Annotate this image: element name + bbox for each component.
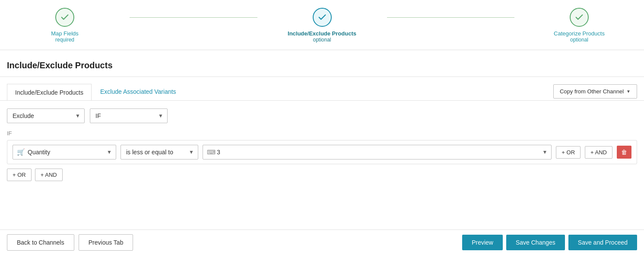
step-circle-categorize xyxy=(570,8,589,27)
page-title-section: Include/Exclude Products xyxy=(0,50,644,77)
wizard-steps: Map Fields required Include/Exclude Prod… xyxy=(0,0,644,50)
inner-and-button[interactable]: + AND xyxy=(585,146,612,159)
field-select[interactable]: Price Title Quantity Vendor xyxy=(13,145,116,159)
footer-right: Preview Save Changes Save and Proceed xyxy=(462,235,637,250)
back-to-channels-button[interactable]: Back to Channels xyxy=(7,234,74,251)
operator-select[interactable]: is less or equal to is greater than equa… xyxy=(121,145,198,159)
wizard-step-include-exclude[interactable]: Include/Exclude Products optional xyxy=(257,8,387,43)
if-label: IF xyxy=(7,130,637,137)
value-select-wrapper: ⌨ 3 1 2 5 10 ▼ xyxy=(203,145,552,159)
step-circle-include-exclude xyxy=(313,8,332,27)
value-select[interactable]: 3 1 2 5 10 xyxy=(203,145,552,159)
action-select-wrapper: Include Exclude ▼ xyxy=(7,108,85,123)
step-circle-map-fields xyxy=(55,8,74,27)
footer-left: Back to Channels Previous Tab xyxy=(7,234,133,251)
tabs-container: Include/Exclude Products Exclude Associa… xyxy=(7,84,184,100)
step-label-include-exclude: Include/Exclude Products xyxy=(288,30,356,37)
tab-include-exclude[interactable]: Include/Exclude Products xyxy=(7,84,92,100)
condition-block: 🛒 Price Title Quantity Vendor ▼ is less … xyxy=(7,140,637,164)
outer-and-button[interactable]: + AND xyxy=(35,169,63,181)
tab-area: Include/Exclude Products Exclude Associa… xyxy=(0,77,644,101)
save-changes-button[interactable]: Save Changes xyxy=(506,235,565,250)
condition-select[interactable]: IF ALL ANY xyxy=(90,108,168,123)
delete-condition-button[interactable]: 🗑 xyxy=(617,146,631,159)
trash-icon: 🗑 xyxy=(621,149,627,156)
field-select-wrapper: 🛒 Price Title Quantity Vendor ▼ xyxy=(13,145,116,159)
tab-exclude-variants[interactable]: Exclude Associated Variants xyxy=(92,84,184,100)
inner-or-button[interactable]: + OR xyxy=(556,146,581,159)
wizard-step-categorize[interactable]: Categorize Products optional xyxy=(514,8,644,43)
save-and-proceed-button[interactable]: Save and Proceed xyxy=(568,235,637,250)
action-condition-row: Include Exclude ▼ IF ALL ANY ▼ xyxy=(7,108,637,123)
copy-button-label: Copy from Other Channel xyxy=(560,88,624,95)
action-select[interactable]: Include Exclude xyxy=(7,108,85,123)
operator-select-wrapper: is less or equal to is greater than equa… xyxy=(121,145,198,159)
copy-from-channel-button[interactable]: Copy from Other Channel ▼ xyxy=(553,84,637,99)
page-title: Include/Exclude Products xyxy=(7,61,637,70)
preview-button[interactable]: Preview xyxy=(462,235,503,250)
footer: Back to Channels Previous Tab Preview Sa… xyxy=(0,230,644,255)
step-connector-1 xyxy=(130,17,257,18)
copy-button-arrow-icon: ▼ xyxy=(626,89,631,94)
outer-or-button[interactable]: + OR xyxy=(7,169,32,181)
step-sublabel-include-exclude: optional xyxy=(313,37,331,43)
previous-tab-button[interactable]: Previous Tab xyxy=(79,234,133,251)
content-area: Include Exclude ▼ IF ALL ANY ▼ IF 🛒 Pric… xyxy=(0,101,644,185)
step-sublabel-categorize: optional xyxy=(570,37,588,43)
bottom-actions: + OR + AND xyxy=(7,169,637,181)
wizard-step-map-fields[interactable]: Map Fields required xyxy=(0,8,130,43)
condition-select-wrapper: IF ALL ANY ▼ xyxy=(90,108,168,123)
step-connector-2 xyxy=(387,17,515,18)
step-sublabel-map-fields: required xyxy=(55,37,74,43)
step-label-categorize: Categorize Products xyxy=(554,30,605,37)
step-label-map-fields: Map Fields xyxy=(51,30,79,37)
